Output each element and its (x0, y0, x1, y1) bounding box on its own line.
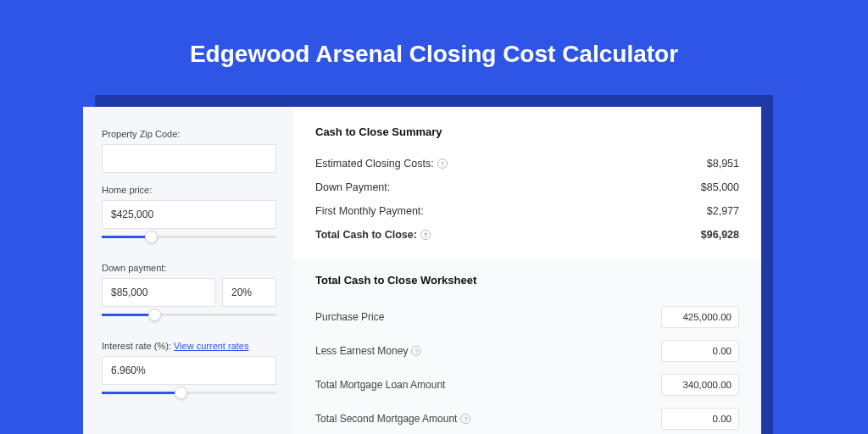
summary-label: First Monthly Payment: (315, 205, 424, 217)
summary-row: Estimated Closing Costs: ? $8,951 (315, 152, 739, 175)
home-price-input[interactable] (102, 200, 276, 229)
home-price-slider[interactable] (102, 234, 276, 251)
interest-label-text: Interest rate (%): (102, 341, 171, 351)
slider-thumb[interactable] (148, 309, 161, 321)
interest-input[interactable] (102, 356, 276, 385)
zip-field-group: Property Zip Code: (102, 129, 276, 173)
main-panel: Cash to Close Summary Estimated Closing … (293, 107, 761, 434)
summary-row: First Monthly Payment: $2,977 (315, 199, 739, 223)
down-payment-pct-input[interactable] (222, 278, 276, 307)
worksheet-label: Total Second Mortgage Amount (315, 413, 457, 425)
summary-label: Down Payment: (315, 181, 390, 193)
second-mortgage-input[interactable] (661, 408, 739, 430)
home-price-field-group: Home price: (102, 185, 276, 251)
earnest-money-input[interactable] (661, 340, 739, 362)
worksheet-row: Purchase Price (315, 300, 739, 334)
slider-fill (102, 392, 181, 394)
help-icon[interactable]: ? (411, 346, 421, 356)
summary-total-label: Total Cash to Close: (315, 229, 417, 241)
summary-label: Estimated Closing Costs: (315, 158, 434, 170)
slider-thumb[interactable] (175, 387, 187, 399)
zip-label: Property Zip Code: (102, 129, 276, 139)
slider-fill (102, 236, 151, 238)
home-price-label: Home price: (102, 185, 276, 195)
inputs-sidebar: Property Zip Code: Home price: Down paym… (83, 107, 293, 434)
summary-total-value: $96,928 (701, 229, 739, 241)
down-payment-label: Down payment: (102, 263, 276, 273)
worksheet-row: Less Earnest Money ? (315, 334, 739, 368)
down-payment-slider[interactable] (102, 312, 276, 329)
help-icon[interactable]: ? (437, 159, 448, 169)
calculator-panel: Property Zip Code: Home price: Down paym… (83, 107, 761, 434)
worksheet-row: Total Mortgage Loan Amount (315, 368, 739, 402)
interest-slider[interactable] (102, 390, 276, 407)
worksheet-title: Total Cash to Close Worksheet (315, 274, 739, 287)
slider-fill (102, 314, 154, 316)
interest-label: Interest rate (%): View current rates (102, 341, 276, 351)
help-icon[interactable]: ? (420, 230, 431, 240)
summary-row: Down Payment: $85,000 (315, 175, 739, 199)
purchase-price-input[interactable] (661, 306, 739, 328)
down-payment-field-group: Down payment: (102, 263, 276, 329)
summary-total-row: Total Cash to Close: ? $96,928 (315, 223, 739, 247)
zip-input[interactable] (102, 144, 276, 173)
summary-value: $85,000 (701, 181, 739, 193)
down-payment-input[interactable] (102, 278, 215, 307)
worksheet-label: Total Mortgage Loan Amount (315, 379, 445, 391)
page-title: Edgewood Arsenal Closing Cost Calculator (0, 0, 868, 92)
slider-thumb[interactable] (145, 231, 158, 243)
summary-title: Cash to Close Summary (315, 125, 739, 138)
interest-field-group: Interest rate (%): View current rates (102, 341, 276, 407)
worksheet-section: Total Cash to Close Worksheet Purchase P… (293, 259, 761, 434)
view-rates-link[interactable]: View current rates (174, 341, 248, 351)
worksheet-label: Less Earnest Money (315, 345, 408, 357)
mortgage-loan-input[interactable] (661, 374, 739, 396)
worksheet-label: Purchase Price (315, 311, 384, 323)
summary-value: $2,977 (707, 205, 739, 217)
help-icon[interactable]: ? (460, 414, 470, 424)
worksheet-row: Total Second Mortgage Amount ? (315, 402, 739, 434)
summary-value: $8,951 (707, 158, 739, 170)
